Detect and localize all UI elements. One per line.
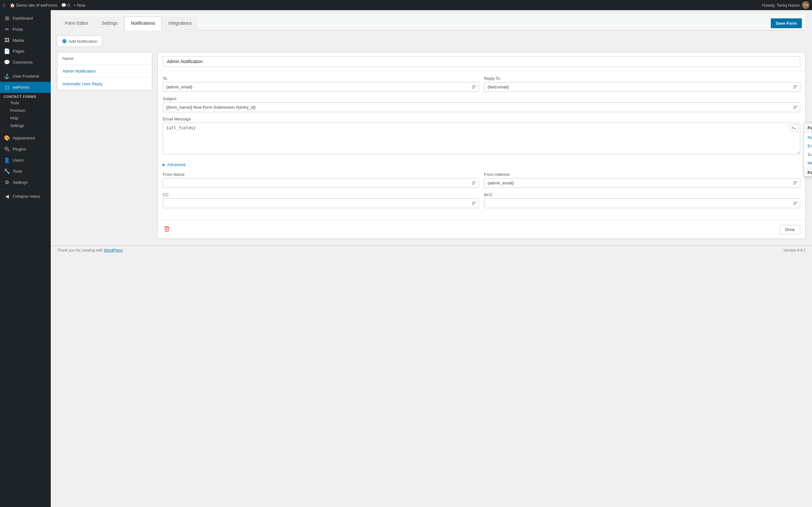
delete-notification-button[interactable]	[163, 224, 171, 235]
bcc-template-button[interactable]	[793, 201, 798, 206]
sidebar-item-label: Dashboard	[13, 16, 33, 20]
sidebar-item-settings-bottom[interactable]: ⚙ Settings	[0, 177, 51, 188]
sidebar-item-users[interactable]: 👤 Users	[0, 155, 51, 166]
user-reply-link[interactable]: Automatic User Reply	[62, 81, 102, 86]
notification-list: Name Admin Notification Automatic User R…	[57, 52, 152, 90]
site-name[interactable]: 🏠 Demo site of weForms	[10, 3, 57, 8]
sidebar: ⊞ Dashboard ✏ Posts 🖼 Media 📄 Pages 💬 Co…	[0, 10, 51, 507]
avatar: TH	[802, 1, 809, 9]
sidebar-item-comments[interactable]: 💬 Comments	[0, 57, 51, 68]
reply-to-input-wrapper	[484, 82, 800, 92]
wp-logo-icon[interactable]: ○	[3, 2, 6, 9]
from-name-group: From Name	[163, 172, 479, 188]
sidebar-item-appearance[interactable]: 🎨 Appearance	[0, 132, 51, 144]
weforms-icon: ◻	[4, 84, 10, 90]
cc-template-button[interactable]	[471, 201, 477, 206]
pages-icon: 📄	[4, 48, 10, 54]
comments-icon: 💬	[61, 3, 66, 8]
bcc-group: BCC	[484, 192, 800, 208]
from-name-label: From Name	[163, 172, 479, 177]
subject-label: Subject	[163, 96, 800, 101]
notification-title-input[interactable]	[163, 56, 800, 67]
tab-notifications[interactable]: Notifications	[124, 16, 162, 31]
subject-template-button[interactable]	[793, 105, 798, 110]
sidebar-item-settings[interactable]: Settings	[0, 122, 51, 130]
popup-field-subject[interactable]: Subject	[804, 150, 812, 159]
cc-bcc-row: CC	[163, 192, 800, 208]
sidebar-item-tools[interactable]: Tools	[0, 99, 51, 107]
wordpress-link[interactable]: WordPress	[104, 248, 122, 252]
email-message-textarea[interactable]: {all_fields}	[163, 123, 800, 154]
subject-row: Subject	[163, 96, 800, 112]
menu-separator-3	[0, 189, 51, 189]
to-template-button[interactable]	[471, 84, 477, 90]
sidebar-item-dashboard[interactable]: ⊞ Dashboard	[0, 13, 51, 24]
email-message-container: {all_fields} Form Fields	[163, 123, 800, 155]
page-footer: Thank you for creating with WordPress. V…	[51, 245, 812, 255]
notification-list-header: Name	[57, 52, 152, 65]
home-icon: 🏠	[10, 3, 15, 8]
bcc-input-wrapper	[484, 199, 800, 208]
posts-icon: ✏	[4, 26, 10, 32]
subject-input[interactable]	[163, 102, 800, 112]
editor-body: To	[158, 71, 805, 218]
sidebar-item-posts[interactable]: ✏ Posts	[0, 24, 51, 35]
new-content-link[interactable]: + New	[73, 3, 85, 8]
user-frontend-icon: ⚓	[4, 73, 10, 79]
sidebar-item-label: User Frontend	[13, 74, 39, 78]
reply-to-input[interactable]	[484, 82, 800, 92]
user-greeting: Howdy, Tareq Hasan TH	[762, 1, 809, 9]
done-button[interactable]: Done	[780, 225, 800, 234]
sidebar-item-premium[interactable]: Premium	[0, 107, 51, 114]
cc-input-wrapper	[163, 199, 479, 208]
from-name-template-button[interactable]	[471, 180, 477, 186]
sidebar-item-media[interactable]: 🖼 Media	[0, 35, 51, 46]
form-fields-popup: Form Fields Name ( first | middle |	[803, 123, 812, 177]
tab-settings[interactable]: Settings	[95, 16, 124, 31]
tabs-row: Form Editor Settings Notifications Integ…	[57, 14, 806, 31]
popup-field-email[interactable]: Email	[804, 142, 812, 150]
save-form-button[interactable]: Save Form	[771, 18, 802, 28]
email-message-template-button[interactable]	[790, 124, 798, 131]
menu-separator	[0, 69, 51, 69]
list-item[interactable]: Automatic User Reply	[57, 78, 152, 90]
popup-field-name[interactable]: Name ( first | middle | last )	[804, 133, 812, 142]
add-notification-button[interactable]: ⊕ Add Notification	[57, 36, 102, 47]
sidebar-item-tools-bottom[interactable]: 🔧 Tools	[0, 166, 51, 177]
sidebar-item-help[interactable]: Help	[0, 114, 51, 122]
sidebar-item-label: Tools	[13, 169, 22, 174]
admin-notification-link[interactable]: Admin Notification	[62, 69, 96, 73]
from-row: From Name	[163, 172, 800, 188]
sidebar-item-label: Users	[13, 158, 23, 163]
tabs-right-actions: Save Form	[767, 16, 806, 30]
tab-integrations[interactable]: Integrations	[162, 16, 198, 31]
contact-forms-heading: Contact Forms	[0, 93, 51, 99]
sidebar-item-label: Posts	[13, 27, 23, 32]
list-item[interactable]: Admin Notification	[57, 65, 152, 78]
add-circle-icon: ⊕	[62, 38, 67, 45]
bcc-label: BCC	[484, 192, 800, 197]
sidebar-item-pages[interactable]: 📄 Pages	[0, 46, 51, 57]
from-name-input[interactable]	[163, 178, 479, 188]
sidebar-item-weforms[interactable]: ◻ weForms	[0, 82, 51, 93]
users-icon: 👤	[4, 157, 10, 163]
to-replyto-row: To	[163, 76, 800, 92]
from-address-template-button[interactable]	[793, 180, 798, 186]
bcc-input[interactable]	[484, 199, 800, 208]
reply-to-template-button[interactable]	[793, 84, 798, 90]
to-input[interactable]	[163, 82, 479, 92]
cc-input[interactable]	[163, 199, 479, 208]
sidebar-collapse-menu[interactable]: ◀ Collapse menu	[0, 191, 51, 202]
advanced-toggle[interactable]: ▶ Advanced	[163, 160, 800, 170]
sidebar-item-plugins[interactable]: 🔌 Plugins	[0, 144, 51, 155]
from-address-group: From Address	[484, 172, 800, 188]
comments-link[interactable]: 💬 0	[61, 3, 70, 8]
editor-title-row	[158, 52, 805, 71]
email-message-row: Email Message {all_fields}	[163, 117, 800, 155]
sidebar-item-user-frontend[interactable]: ⚓ User Frontend	[0, 71, 51, 82]
subject-input-wrapper	[163, 102, 800, 112]
from-address-input[interactable]	[484, 178, 800, 188]
tab-form-editor[interactable]: Form Editor	[58, 16, 95, 31]
email-message-label: Email Message	[163, 117, 800, 121]
popup-field-message[interactable]: Message	[804, 159, 812, 167]
